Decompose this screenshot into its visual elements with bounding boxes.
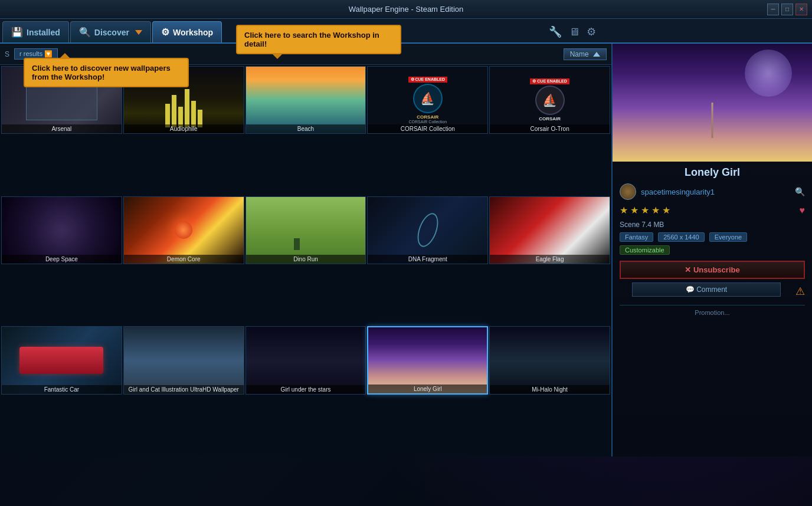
playlist-folder-button[interactable]: 📁 [50, 463, 66, 479]
window-controls: ─ □ ✕ [767, 4, 807, 15]
tab-workshop-label: Workshop [173, 28, 213, 37]
workshop-icon: ⚙ [161, 27, 169, 38]
author-row: spacetimesingularity1 🔍 [620, 183, 805, 200]
ok-button[interactable]: OK [735, 489, 762, 502]
sort-label: Name [570, 50, 589, 58]
title-bar: Wallpaper Engine - Steam Edition ─ □ ✕ [0, 0, 812, 19]
wallpaper-item-fantastic-car[interactable]: Fantastic Car [1, 326, 122, 394]
filter-results-label: r results [19, 50, 42, 57]
author-search-icon[interactable]: 🔍 [795, 187, 805, 196]
action-buttons: ✕ Unsubscribe 💬 Comment ⚠ [620, 261, 805, 300]
author-name[interactable]: spacetimesingularity1 [641, 188, 715, 196]
author-avatar [620, 183, 636, 200]
tab-installed[interactable]: 💾 Installed [2, 21, 69, 42]
restore-button[interactable]: □ [781, 4, 793, 15]
wallpaper-item-corsair[interactable]: ⚙ CUE ENABLED ⛵ CORSAIR CORSAIR Collecti… [367, 66, 488, 134]
selected-wallpaper-title: Lonely Girl [620, 166, 805, 179]
wallpaper-preview-girl-cat [124, 327, 244, 393]
wallpaper-label-demon-core: Demon Core [124, 255, 244, 264]
star-4: ★ [651, 205, 660, 216]
open-from-url-button[interactable]: 🔗 Open from URL [732, 464, 807, 478]
playlist-settings-button[interactable]: ⚙ [90, 463, 106, 479]
wrench-icon-button[interactable]: 🔧 [548, 24, 563, 40]
open-from-file-button[interactable]: 📂 Open from File [657, 464, 729, 478]
wallpaper-item-moon[interactable]: Mi-Halo Night [489, 326, 610, 394]
wallpaper-preview-fantastic-car [2, 327, 122, 393]
monitor-icon-button[interactable]: 🖥 [568, 25, 581, 40]
app-title: Wallpaper Engine - Steam Edition [349, 5, 464, 14]
gear-icon-button[interactable]: ⚙ [585, 24, 597, 40]
wallpaper-label-dna: DNA Fragment [368, 255, 487, 264]
content-area: S r results 🔽 Name Arsenal [0, 44, 611, 456]
wallpaper-preview-eagle [490, 197, 610, 264]
promo-section: Promotion... [620, 305, 805, 316]
report-icon[interactable]: ⚠ [795, 285, 805, 298]
star-5: ★ [662, 205, 670, 216]
wallpaper-item-demon-core[interactable]: Demon Core [123, 196, 244, 264]
scene-size-row: Scene 7.4 MB [620, 221, 805, 229]
customizable-tag: Customizable [620, 245, 670, 255]
wallpaper-label-lonely-girl: Lonely Girl [368, 385, 487, 393]
wallpaper-preview-beach [246, 67, 366, 133]
minimize-button[interactable]: ─ [767, 4, 779, 15]
wallpaper-item-dino-run[interactable]: Dino Run [245, 196, 366, 264]
wallpaper-item-corsair-tron[interactable]: ⚙ CUE ENABLED ⛵ CORSAIR Corsair O-Tron [489, 66, 610, 134]
wallpaper-item-beach[interactable]: Beach [245, 66, 366, 134]
wallpaper-label-corsair: CORSAIR Collection [368, 124, 487, 133]
editor-label: ✂ Wallpaper Editor [22, 492, 82, 500]
installed-icon: 💾 [11, 27, 23, 38]
comment-button[interactable]: 💬 Comment [632, 282, 780, 297]
favorite-heart-icon[interactable]: ♥ [800, 205, 806, 216]
star-3: ★ [641, 205, 649, 216]
unsubscribe-button[interactable]: ✕ Unsubscribe [620, 261, 805, 279]
info-section: Lonely Girl spacetimesingularity1 🔍 ★ ★ … [613, 162, 812, 456]
tooltip-discover-text: Click here to discover new wallpapers fr… [32, 64, 171, 81]
tooltip-workshop: Click here to search the Workshop in det… [236, 25, 401, 54]
right-panel: Lonely Girl spacetimesingularity1 🔍 ★ ★ … [611, 44, 812, 456]
wallpaper-item-deep-space[interactable]: Deep Space [1, 196, 122, 264]
wallpaper-grid: Arsenal Audiophile Beach [0, 65, 611, 456]
tab-discover[interactable]: 🔍 Discover [70, 21, 151, 42]
wallpaper-label-deep-space: Deep Space [2, 255, 122, 264]
tab-installed-label: Installed [27, 28, 60, 37]
wallpaper-preview-moon [490, 327, 610, 393]
wallpaper-label-corsair-tron: Corsair O-Tron [490, 124, 610, 133]
main-layout: S r results 🔽 Name Arsenal [0, 44, 812, 456]
playlist-save-button[interactable]: 💾 [70, 463, 86, 479]
resolution-tag: 2560 x 1440 [658, 232, 705, 242]
tab-discover-label: Discover [94, 28, 129, 37]
filter-icon: 🔽 [44, 50, 53, 57]
tab-workshop[interactable]: ⚙ Workshop [152, 21, 222, 42]
wallpaper-item-girl-cat[interactable]: Girl and Cat Illustration UltraHD Wallpa… [123, 326, 244, 394]
star-1: ★ [620, 205, 628, 216]
audience-tag: Everyone [709, 232, 747, 242]
wallpaper-item-dna[interactable]: DNA Fragment [367, 196, 488, 264]
wallpaper-preview-girl-stars [246, 327, 366, 393]
scene-size: Scene 7.4 MB [620, 221, 664, 229]
open-url-label: Open from URL [751, 467, 801, 475]
wallpaper-preview-demon-core [124, 197, 244, 264]
folder-icon: 📂 [663, 467, 672, 475]
wallpaper-item-lonely-girl[interactable]: Lonely Girl [367, 326, 488, 394]
wallpaper-label-eagle: Eagle Flag [490, 255, 610, 264]
genre-row: Fantasy 2560 x 1440 Everyone [620, 232, 805, 242]
promo-text: Promotion... [620, 309, 805, 316]
sort-name-button[interactable]: Name [564, 48, 607, 60]
wallpaper-label-girl-cat: Girl and Cat Illustration UltraHD Wallpa… [124, 385, 244, 394]
wallpaper-item-eagle[interactable]: Eagle Flag [489, 196, 610, 264]
link-icon: 🔗 [739, 467, 748, 475]
wallpaper-preview-lonely-girl [368, 327, 487, 393]
playlist-add-button[interactable]: ➕ [110, 463, 126, 479]
wallpaper-editor-button[interactable]: ✂ ✂ Wallpaper Editor [5, 489, 90, 502]
wallpaper-preview-corsair-tron: ⚙ CUE ENABLED ⛵ CORSAIR [490, 67, 610, 133]
wallpaper-preview-dna [368, 197, 487, 264]
tab-bar: 💾 Installed 🔍 Discover ⚙ Workshop 🔧 🖥 ⚙ [0, 19, 812, 44]
wallpaper-item-girl-stars[interactable]: Girl under the stars [245, 326, 366, 394]
playlist-label: Playlist (0) [5, 466, 46, 476]
footer-bar: ✂ ✂ Wallpaper Editor OK Cancel [0, 485, 812, 506]
cancel-button[interactable]: Cancel [768, 489, 807, 502]
search-prefix: S [5, 50, 9, 58]
close-button[interactable]: ✕ [795, 4, 807, 15]
wallpaper-label-moon: Mi-Halo Night [490, 385, 610, 394]
tooltip-workshop-text: Click here to search the Workshop in det… [244, 31, 379, 48]
